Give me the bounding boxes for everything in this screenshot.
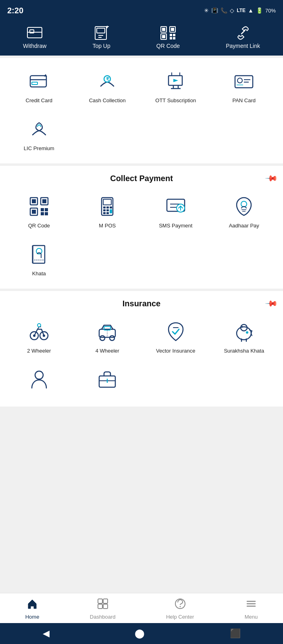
lic-premium-label: LIC Premium <box>24 145 54 152</box>
cash-collection-label: Cash Collection <box>89 97 126 104</box>
ott-icon <box>164 69 188 93</box>
paymentlink-label: Payment Link <box>226 43 260 49</box>
dashboard-icon <box>97 598 108 612</box>
person-item[interactable] <box>6 364 72 398</box>
svg-point-73 <box>110 336 114 341</box>
svg-rect-43 <box>41 212 44 215</box>
nav-qrcode[interactable]: QR Code <box>156 26 180 49</box>
four-wheeler-item[interactable]: 4 Wheeler <box>75 316 140 358</box>
topup-icon <box>94 26 110 40</box>
two-wheeler-item[interactable]: 2 Wheeler <box>6 316 72 358</box>
lic-premium-item[interactable]: LIC Premium <box>6 114 72 155</box>
vector-insurance-item[interactable]: Vector Insurance <box>143 316 208 358</box>
insurance-pin-icon[interactable]: 📌 <box>264 297 279 311</box>
aadhaar-pay-label: Aadhaar Pay <box>229 223 259 229</box>
nav-dashboard[interactable]: Dashboard <box>90 598 116 620</box>
svg-rect-36 <box>32 199 36 203</box>
surakhsha-khata-label: Surakhsha Khata <box>224 348 264 355</box>
aadhaar-pay-item[interactable]: Aadhaar Pay <box>212 191 277 233</box>
mpos-label: M POS <box>99 223 116 229</box>
system-bar: ◀ ⬤ ⬛ <box>0 623 283 644</box>
svg-rect-89 <box>103 604 108 609</box>
top-navigation: Withdraw Top Up QR Code <box>0 21 283 56</box>
nav-paymentlink[interactable]: Payment Link <box>226 26 260 49</box>
lic-icon <box>27 117 51 141</box>
signal-icon: ▲ <box>248 7 254 14</box>
back-button[interactable]: ◀ <box>43 628 50 639</box>
ott-subscription-item[interactable]: OTT Subscription <box>143 66 208 107</box>
pan-card-item[interactable]: PAN Card <box>212 66 277 107</box>
nav-topup[interactable]: Top Up <box>92 26 110 49</box>
svg-rect-10 <box>162 28 165 31</box>
battery-percent: 70% <box>265 8 276 14</box>
vector-icon <box>164 320 188 344</box>
svg-rect-18 <box>173 37 175 39</box>
pin-icon[interactable]: 📌 <box>264 171 279 186</box>
fourwheeler-icon <box>95 320 119 344</box>
credit-card-icon <box>27 69 51 93</box>
svg-rect-41 <box>41 208 44 211</box>
person-icon <box>27 367 51 391</box>
svg-rect-50 <box>103 209 106 211</box>
nav-helpcenter[interactable]: Help Center <box>166 598 194 620</box>
mpos-item[interactable]: M POS <box>75 191 140 233</box>
nav-withdraw[interactable]: Withdraw <box>23 26 46 49</box>
cash-collection-item[interactable]: ₹ Cash Collection <box>75 66 140 107</box>
qr-code-label: QR Code <box>28 223 50 229</box>
khata-label: Khata <box>32 270 46 277</box>
status-bar: 2:20 ✳ 📳 📞 ◇ LTE ▲ 🔋 70% <box>0 0 283 21</box>
briefcase-item[interactable] <box>75 364 140 398</box>
svg-rect-19 <box>30 76 46 87</box>
credit-card-item[interactable]: Credit Card <box>6 66 72 107</box>
recents-button[interactable]: ⬛ <box>230 628 241 639</box>
nav-home[interactable]: Home <box>25 598 40 620</box>
svg-rect-21 <box>32 82 37 85</box>
topup-label: Top Up <box>92 43 110 49</box>
khata-item[interactable]: Khata <box>6 239 72 281</box>
pan-card-label: PAN Card <box>232 97 256 104</box>
home-icon <box>27 598 38 612</box>
surakhsha-khata-item[interactable]: Surakhsha Khata <box>212 316 277 358</box>
svg-rect-54 <box>106 212 109 214</box>
svg-rect-46 <box>103 199 111 205</box>
sms-payment-item[interactable]: SMS Payment <box>143 191 208 233</box>
svg-rect-12 <box>171 28 174 31</box>
insurance-section: Insurance 📌 2 Wheeler <box>0 291 283 407</box>
svg-rect-48 <box>106 206 109 208</box>
svg-rect-42 <box>45 208 48 211</box>
qr-code-item[interactable]: QR Code <box>6 191 72 233</box>
svg-rect-38 <box>42 199 46 203</box>
briefcase-icon <box>95 367 119 391</box>
svg-point-60 <box>241 201 247 207</box>
svg-rect-4 <box>97 28 105 33</box>
svg-text:₹: ₹ <box>106 76 109 82</box>
insurance-grid: 2 Wheeler 4 Wheeler <box>6 316 277 399</box>
svg-rect-88 <box>98 604 102 609</box>
qrcode-icon <box>160 26 176 40</box>
home-label: Home <box>25 614 40 620</box>
pan-icon <box>232 69 256 93</box>
svg-rect-17 <box>170 37 172 39</box>
battery-icon: 🔋 <box>256 7 263 14</box>
call-icon: 📞 <box>221 7 227 14</box>
svg-rect-16 <box>173 34 175 36</box>
qrcode-label: QR Code <box>156 43 180 49</box>
status-icons: ✳ 📳 📞 ◇ LTE ▲ 🔋 70% <box>204 7 276 14</box>
svg-rect-15 <box>170 34 172 36</box>
four-wheeler-label: 4 Wheeler <box>96 348 119 355</box>
bottom-navigation: Home Dashboard Help Center <box>0 593 283 623</box>
ott-subscription-label: OTT Subscription <box>155 97 196 104</box>
svg-rect-14 <box>162 35 165 38</box>
twowheeler-icon <box>27 320 51 344</box>
svg-point-78 <box>241 326 243 328</box>
svg-point-31 <box>237 78 242 83</box>
svg-point-76 <box>237 327 251 340</box>
nav-menu[interactable]: Menu <box>245 598 258 620</box>
vibrate-icon: 📳 <box>211 7 218 14</box>
two-wheeler-label: 2 Wheeler <box>27 348 51 355</box>
home-button[interactable]: ⬤ <box>135 628 145 639</box>
svg-point-82 <box>35 371 43 379</box>
collect-payment-header: Collect Payment 📌 <box>6 174 277 183</box>
svg-rect-53 <box>103 212 106 214</box>
svg-rect-40 <box>32 210 36 214</box>
